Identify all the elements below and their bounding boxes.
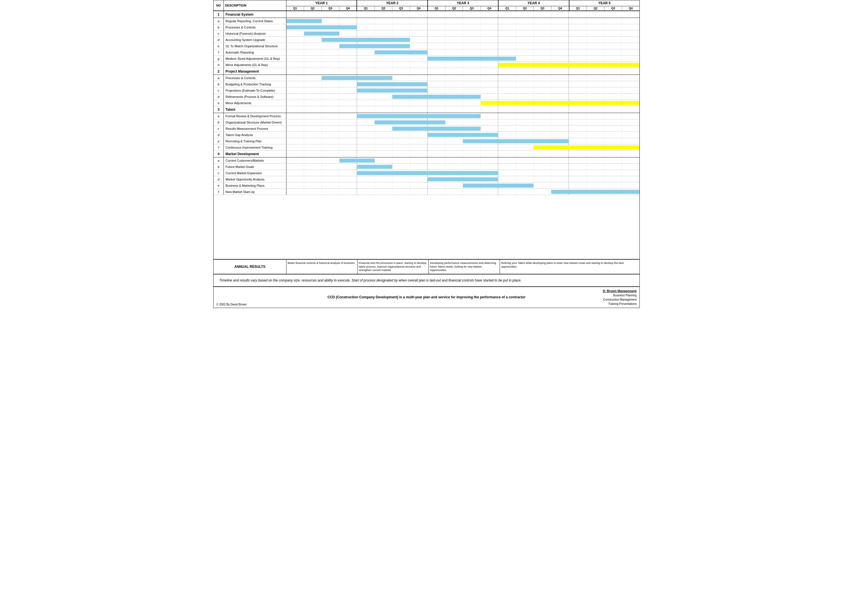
quarter-slot-17: [586, 56, 604, 61]
quarter-slot-16: [569, 182, 586, 188]
quarter-slot-7: [410, 189, 428, 195]
quarter-slot-8: [428, 94, 445, 100]
quarter-slot-18: [604, 170, 622, 176]
quarter-slot-6: [392, 100, 410, 106]
row-bars-4-e: [287, 182, 639, 188]
quarter-slot-2: [322, 37, 339, 43]
row-4-c: cCurrent Market Expansion: [214, 170, 639, 176]
quarter-slot-14: [534, 164, 551, 170]
quarter-slot-1: [304, 176, 322, 182]
quarter-slot-3: [339, 68, 357, 74]
quarter-slot-2: [322, 100, 339, 106]
cell-no-2-c: c: [214, 87, 224, 93]
quarter-slot-1: [304, 126, 322, 132]
quarter-slot-17: [586, 113, 604, 119]
section-title-4: Market Development: [224, 150, 287, 157]
quarter-slot-11: [481, 182, 498, 188]
quarter-slot-5: [375, 170, 392, 176]
quarter-slot-9: [445, 30, 463, 36]
quarter-slot-14: [534, 106, 551, 113]
cell-no-1-a: a: [214, 18, 224, 24]
quarter-slot-17: [586, 144, 604, 150]
quarter-slot-5: [375, 100, 392, 106]
quarter-slot-14: [534, 158, 551, 163]
quarter-slot-3: [339, 24, 357, 30]
quarter-slot-9: [445, 68, 463, 74]
row-bars-3-f: [287, 144, 639, 150]
quarter-slot-13: [516, 106, 534, 113]
quarter-slot-3: [339, 182, 357, 188]
quarter-slot-19: [622, 126, 639, 132]
quarter-slot-4: [357, 56, 375, 61]
quarter-slot-4: [357, 119, 375, 125]
quarter-slot-12: [498, 94, 516, 100]
quarter-slot-19: [622, 189, 639, 195]
quarter-slot-9: [445, 87, 463, 93]
quarter-slot-19: [622, 37, 639, 43]
quarter-slot-19: [622, 150, 639, 157]
cell-no-4-f: f: [214, 189, 224, 195]
cell-desc-2-a: Processes & Controls: [224, 75, 287, 81]
section-no-3: 3: [214, 106, 224, 113]
cell-desc-3-c: Results Measurement Process: [224, 126, 287, 132]
quarter-slot-14: [534, 75, 551, 81]
quarter-slot-6: [392, 75, 410, 81]
quarter-slot-7: [410, 106, 428, 113]
quarter-slot-11: [481, 11, 498, 18]
quarter-slot-3: [339, 106, 357, 113]
quarter-slot-7: [410, 49, 428, 55]
quarter-slot-11: [481, 49, 498, 55]
quarter-slot-13: [516, 81, 534, 87]
section-header-2: 2Project Management: [214, 68, 639, 75]
quarter-slot-0: [287, 106, 304, 113]
row-bars-4-a: [287, 158, 639, 163]
quarter-slot-18: [604, 75, 622, 81]
quarter-slot-7: [410, 75, 428, 81]
quarter-slot-5: [375, 11, 392, 18]
quarter-slot-11: [481, 56, 498, 61]
quarter-slot-13: [516, 119, 534, 125]
quarter-slot-17: [586, 138, 604, 144]
quarter-slot-17: [586, 150, 604, 157]
quarter-slot-10: [463, 119, 481, 125]
quarter-slot-12: [498, 100, 516, 106]
quarter-slot-1: [304, 24, 322, 30]
quarter-slot-8: [428, 138, 445, 144]
quarter-slot-9: [445, 81, 463, 87]
quarter-slot-3: [339, 150, 357, 157]
quarter-slot-5: [375, 189, 392, 195]
row-bars-1-e: [287, 43, 639, 49]
quarter-slot-19: [622, 182, 639, 188]
quarter-slot-5: [375, 30, 392, 36]
quarter-slot-1: [304, 43, 322, 49]
quarter-slot-14: [534, 126, 551, 132]
quarter-slot-7: [410, 132, 428, 138]
quarter-slot-1: [304, 100, 322, 106]
row-2-e: eMinor Adjustments: [214, 100, 639, 106]
quarter-slot-0: [287, 30, 304, 36]
year-label-5: YEAR 5: [569, 0, 639, 6]
quarter-slot-2: [322, 56, 339, 61]
quarter-slot-5: [375, 132, 392, 138]
quarter-labels: Q1Q2Q3Q4Q1Q2Q3Q4Q1Q2Q3Q4Q1Q2Q3Q4Q1Q2Q3Q4: [287, 6, 639, 11]
section-header-3: 3Talent: [214, 106, 639, 113]
quarter-slot-8: [428, 49, 445, 55]
quarter-slot-8: [428, 176, 445, 182]
quarter-slot-3: [339, 138, 357, 144]
quarter-slot-3: [339, 37, 357, 43]
quarter-slot-14: [534, 87, 551, 93]
quarter-slot-13: [516, 126, 534, 132]
quarter-slot-16: [569, 30, 586, 36]
quarter-slot-3: [339, 49, 357, 55]
quarter-slot-2: [322, 176, 339, 182]
quarter-slot-4: [357, 126, 375, 132]
quarter-slot-11: [481, 100, 498, 106]
quarter-slot-1: [304, 81, 322, 87]
quarter-slot-16: [569, 113, 586, 119]
quarter-slot-13: [516, 158, 534, 163]
quarter-slot-1: [304, 68, 322, 74]
quarter-slot-15: [551, 100, 569, 106]
quarter-slot-18: [604, 81, 622, 87]
row-bars-4-b: [287, 164, 639, 170]
row-2-a: aProcesses & Controls: [214, 75, 639, 81]
